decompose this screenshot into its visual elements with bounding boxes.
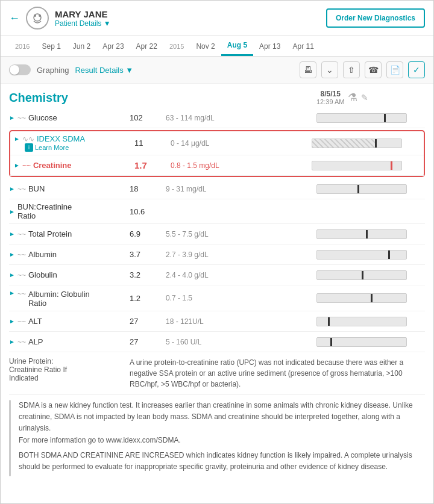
albumin-globulin-label-2: Ratio — [28, 299, 90, 308]
phone-button[interactable]: ☎ — [365, 61, 382, 78]
pet-avatar — [26, 7, 49, 30]
albumin-globulin-value: 1.2 — [130, 294, 166, 303]
globulin-label: Globulin — [28, 270, 57, 279]
total-protein-label: Total Protein — [28, 229, 72, 238]
glucose-value: 102 — [130, 113, 166, 122]
result-date: 8/5/15 — [316, 90, 344, 98]
sdma-info-paragraph-2: BOTH SDMA AND CREATININE ARE INCREASED w… — [19, 450, 425, 473]
sdma-info-text: SDMA is a new kidney function test. It i… — [19, 400, 425, 476]
upc-note-row: Urine Protein: Creatinine Ratio If Indic… — [9, 352, 425, 395]
timeline-item-apr13[interactable]: Apr 13 — [253, 37, 286, 55]
learn-more-icon: i — [25, 143, 33, 152]
bun-bar — [316, 184, 425, 194]
albumin-label: Albumin — [28, 250, 57, 259]
bun-expand[interactable]: ► — [9, 185, 15, 192]
alp-label: ALP — [28, 337, 43, 346]
bun-creatinine-label-2: Ratio — [17, 211, 72, 220]
alt-row: ► ~~ ALT 27 18 - 121U/L — [9, 311, 425, 332]
edit-icon[interactable]: ✎ — [361, 93, 368, 102]
patient-name: MARY JANE — [55, 9, 111, 19]
glucose-expand[interactable]: ► — [9, 114, 15, 121]
sdma-info-bar — [9, 400, 11, 476]
glucose-row: ► ~~ Glucose 102 63 - 114 mg/dL — [9, 108, 425, 128]
highlighted-group: ► ∿∿ IDEXX SDMA i Learn More 11 0 - 14 μ… — [9, 130, 425, 177]
creatinine-label: Creatinine — [33, 161, 72, 170]
total-protein-value: 6.9 — [130, 229, 166, 238]
alp-range: 5 - 160 U/L — [166, 338, 316, 346]
print-button[interactable]: 🖶 — [300, 61, 316, 78]
bun-creatinine-label-1: BUN:Creatinine — [17, 202, 72, 211]
globulin-range: 2.4 - 4.0 g/dL — [166, 271, 316, 279]
albumin-bar — [316, 250, 425, 260]
creatinine-bar — [312, 161, 420, 170]
check-button[interactable]: ✓ — [408, 61, 425, 78]
learn-more-link[interactable]: i Learn More — [25, 143, 134, 152]
back-button[interactable]: ← — [9, 12, 20, 25]
result-details-dropdown[interactable]: Result Details ▼ — [75, 66, 133, 75]
learn-more-text[interactable]: Learn More — [35, 144, 69, 151]
toggle-knob — [10, 65, 19, 75]
result-time: 12:39 AM — [316, 98, 344, 105]
globulin-value: 3.2 — [130, 270, 166, 279]
bun-creatinine-expand[interactable]: ► — [9, 208, 15, 215]
sdma-row: ► ∿∿ IDEXX SDMA i Learn More 11 0 - 14 μ… — [10, 131, 424, 155]
alp-row: ► ~~ ALP 27 5 - 160 U/L — [9, 332, 425, 352]
creatinine-row: ► ~~ Creatinine 1.7 0.8 - 1.5 mg/dL — [10, 155, 424, 176]
albumin-globulin-expand[interactable]: ► — [9, 290, 15, 296]
alt-wave-icon: ~~ — [17, 317, 26, 326]
upc-label: Urine Protein: Creatinine Ratio If Indic… — [9, 357, 130, 390]
alt-bar — [316, 317, 425, 326]
albumin-expand[interactable]: ► — [9, 251, 15, 258]
sdma-info-section: SDMA is a new kidney function test. It i… — [9, 395, 425, 481]
alt-expand[interactable]: ► — [9, 318, 15, 325]
albumin-globulin-row: ► ~~ Albumin: Globulin Ratio 1.2 0.7 - 1… — [9, 285, 425, 311]
timeline-item-2015[interactable]: 2015 — [163, 38, 190, 55]
bun-row: ► ~~ BUN 18 9 - 31 mg/dL — [9, 179, 425, 199]
timeline-item-apr23[interactable]: Apr 23 — [96, 37, 130, 55]
timeline-item-apr22[interactable]: Apr 22 — [130, 37, 163, 55]
creatinine-expand[interactable]: ► — [14, 162, 20, 169]
order-diagnostics-button[interactable]: Order New Diagnostics — [326, 8, 425, 28]
sdma-value: 11 — [134, 138, 171, 148]
timeline-nav: 2016 Sep 1 Jun 2 Apr 23 Apr 22 2015 Nov … — [1, 36, 433, 57]
alp-wave-icon: ~~ — [17, 338, 26, 346]
globulin-row: ► ~~ Globulin 3.2 2.4 - 4.0 g/dL — [9, 265, 425, 285]
creatinine-value: 1.7 — [134, 160, 171, 170]
creatinine-wave-icon: ~~ — [22, 161, 31, 170]
timeline-item-2016[interactable]: 2016 — [9, 38, 36, 55]
graphing-toggle[interactable] — [9, 64, 31, 75]
albumin-globulin-wave-icon: ~~ — [17, 290, 26, 298]
timeline-item-aug5[interactable]: Aug 5 — [221, 36, 253, 56]
sdma-bar — [312, 138, 420, 148]
bun-creatinine-row: ► BUN:Creatinine Ratio 10.6 — [9, 199, 425, 224]
creatinine-range: 0.8 - 1.5 mg/dL — [171, 161, 312, 170]
albumin-wave-icon: ~~ — [17, 250, 26, 259]
alp-expand[interactable]: ► — [9, 338, 15, 345]
albumin-row: ► ~~ Albumin 3.7 2.7 - 3.9 g/dL — [9, 244, 425, 265]
chevron-down-button[interactable]: ⌄ — [321, 61, 338, 78]
globulin-bar — [316, 270, 425, 280]
section-title: Chemistry — [9, 91, 130, 105]
timeline-item-jun2[interactable]: Jun 2 — [67, 37, 96, 55]
total-protein-expand[interactable]: ► — [9, 231, 15, 237]
toolbar: Graphing Result Details ▼ 🖶 ⌄ ⇧ ☎ 📄 ✓ — [1, 57, 433, 84]
share-button[interactable]: ⇧ — [343, 61, 360, 78]
alp-bar — [316, 337, 425, 347]
sdma-expand[interactable]: ► — [14, 135, 20, 142]
document-button[interactable]: 📄 — [386, 61, 403, 78]
sdma-label: IDEXX SDMA — [37, 134, 85, 143]
timeline-item-nov2[interactable]: Nov 2 — [190, 37, 221, 55]
total-protein-wave-icon: ~~ — [17, 230, 26, 238]
timeline-item-sep1[interactable]: Sep 1 — [36, 37, 66, 55]
albumin-globulin-label-1: Albumin: Globulin — [28, 290, 90, 299]
glucose-label: Glucose — [28, 113, 57, 122]
total-protein-bar — [316, 229, 425, 239]
alt-label: ALT — [28, 317, 42, 326]
globulin-expand[interactable]: ► — [9, 272, 15, 278]
albumin-range: 2.7 - 3.9 g/dL — [166, 250, 316, 259]
bun-range: 9 - 31 mg/dL — [166, 185, 316, 193]
total-protein-range: 5.5 - 7.5 g/dL — [166, 230, 316, 238]
timeline-item-apr11[interactable]: Apr 11 — [286, 37, 319, 55]
glucose-range: 63 - 114 mg/dL — [166, 114, 316, 122]
patient-details-link[interactable]: Patient Details ▼ — [55, 19, 111, 28]
